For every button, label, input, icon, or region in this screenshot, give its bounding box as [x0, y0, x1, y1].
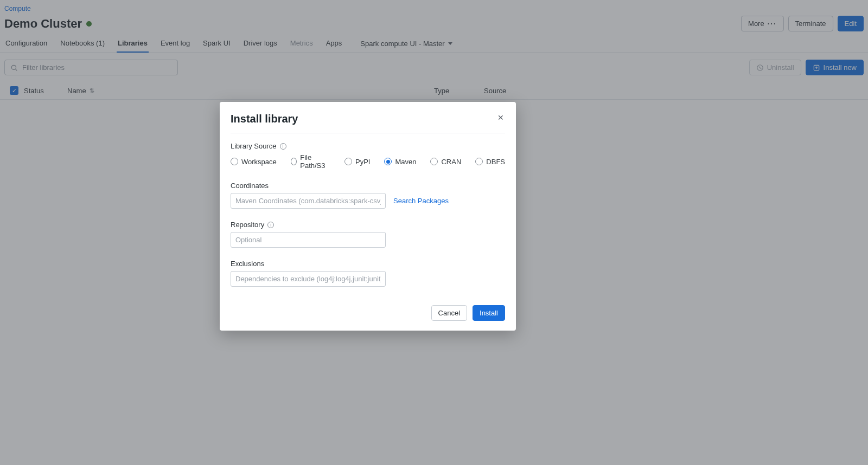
exclusions-input[interactable] — [231, 271, 386, 287]
exclusions-label: Exclusions — [231, 260, 505, 268]
coordinates-row: Search Packages — [231, 193, 505, 209]
repository-input[interactable] — [231, 232, 386, 248]
library-source-label: Library Source i — [231, 142, 505, 150]
radio-label: DBFS — [486, 158, 505, 166]
exclusions-field: Exclusions — [231, 260, 505, 287]
radio-circle-icon — [475, 158, 483, 165]
coordinates-label: Coordinates — [231, 182, 505, 190]
install-library-modal: Install library ✕ Library Source i Works… — [220, 102, 516, 331]
radio-label: PyPI — [355, 158, 370, 166]
radio-circle-icon — [344, 158, 352, 165]
modal-header: Install library ✕ — [231, 113, 505, 133]
library-source-radios: Workspace File Path/S3 PyPI Maven CRAN — [231, 153, 505, 170]
modal-title: Install library — [231, 113, 298, 125]
radio-label: Maven — [395, 158, 416, 166]
library-source-label-text: Library Source — [231, 142, 277, 150]
coordinates-field: Coordinates Search Packages — [231, 182, 505, 209]
install-button[interactable]: Install — [473, 305, 505, 321]
radio-circle-icon — [430, 158, 438, 165]
coordinates-input[interactable] — [231, 193, 386, 209]
repository-label: Repository i — [231, 221, 505, 229]
page-root: Compute Demo Cluster More ··· Terminate … — [0, 0, 868, 465]
radio-pypi[interactable]: PyPI — [344, 158, 370, 166]
close-icon[interactable]: ✕ — [496, 113, 505, 122]
radio-label: CRAN — [441, 158, 461, 166]
cancel-button[interactable]: Cancel — [431, 305, 467, 321]
radio-workspace[interactable]: Workspace — [231, 158, 277, 166]
radio-circle-icon — [291, 158, 297, 165]
radio-circle-icon — [384, 158, 392, 165]
radio-cran[interactable]: CRAN — [430, 158, 461, 166]
info-icon[interactable]: i — [267, 222, 274, 228]
radio-file-path-s3[interactable]: File Path/S3 — [291, 153, 330, 170]
radio-label: Workspace — [241, 158, 277, 166]
repository-field: Repository i — [231, 221, 505, 248]
radio-dbfs[interactable]: DBFS — [475, 158, 505, 166]
search-packages-link[interactable]: Search Packages — [393, 197, 449, 205]
repository-label-text: Repository — [231, 221, 264, 229]
modal-footer: Cancel Install — [231, 305, 505, 321]
info-icon[interactable]: i — [280, 143, 286, 150]
radio-maven[interactable]: Maven — [384, 158, 416, 166]
radio-label: File Path/S3 — [300, 153, 330, 170]
radio-circle-icon — [231, 158, 238, 165]
modal-body: Library Source i Workspace File Path/S3 … — [231, 133, 505, 321]
